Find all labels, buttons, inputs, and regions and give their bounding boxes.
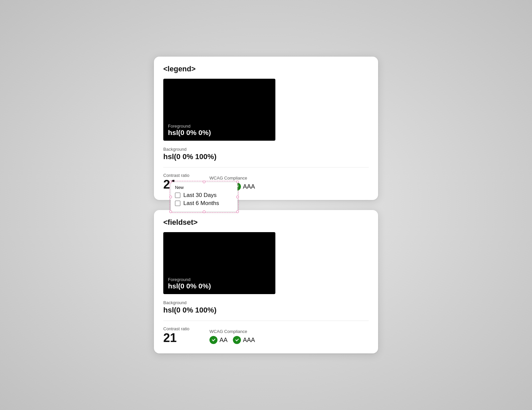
card2-wcag-block: WCAG Compliance AA AAA <box>209 329 255 344</box>
handle-bl <box>169 210 172 213</box>
card2-contrast-value: 21 <box>163 332 189 344</box>
popup-legend-text: New <box>175 185 233 190</box>
card2-color-info-row: Background hsl(0 0% 100%) <box>163 300 369 315</box>
filter-popup[interactable]: New Last 30 Days Last 6 Months <box>171 182 238 212</box>
card2-bg-label: Background <box>163 300 216 305</box>
handle-tl <box>169 181 172 183</box>
card2-aa-check-icon <box>209 336 217 344</box>
popup-item-last6months[interactable]: Last 6 Months <box>175 200 233 207</box>
card2-fg-value-inside: hsl(0 0% 0%) <box>168 282 211 290</box>
card1-bg-value: hsl(0 0% 100%) <box>163 152 216 161</box>
card2-aaa-badge: AAA <box>233 336 255 344</box>
card1-wcag-label: WCAG Compliance <box>209 176 255 181</box>
card1-color-info-row: Background hsl(0 0% 100%) <box>163 147 369 161</box>
card1-color-preview: Foreground hsl(0 0% 0%) <box>163 79 275 141</box>
card2-contrast-row: Contrast ratio 21 WCAG Compliance AA AAA <box>163 326 369 344</box>
card2-aa-label: AA <box>219 337 228 344</box>
card1-aaa-label: AAA <box>243 183 255 190</box>
handle-tr <box>236 181 239 183</box>
card2-bg-value: hsl(0 0% 100%) <box>163 306 216 315</box>
card2-color-preview: Foreground hsl(0 0% 0%) <box>163 232 275 294</box>
card1-divider <box>163 167 369 167</box>
card1-bg-label: Background <box>163 147 216 152</box>
popup-label-last6months: Last 6 Months <box>183 200 219 207</box>
card2-aaa-label: AAA <box>243 337 255 344</box>
popup-checkbox-last30[interactable] <box>175 193 180 198</box>
card2-contrast-label: Contrast ratio <box>163 326 189 331</box>
popup-label-last30: Last 30 Days <box>183 192 216 199</box>
card1-contrast-label: Contrast ratio <box>163 173 189 178</box>
card2-aa-badge: AA <box>209 336 228 344</box>
handle-mr <box>236 196 239 198</box>
card2-wcag-badges: AA AAA <box>209 336 255 344</box>
card2-wcag-label: WCAG Compliance <box>209 329 255 334</box>
card2-bg-block: Background hsl(0 0% 100%) <box>163 300 216 315</box>
card1-bg-block: Background hsl(0 0% 100%) <box>163 147 216 161</box>
popup-checkbox-last6months[interactable] <box>175 201 180 206</box>
card1-fg-label-inside: Foreground <box>168 124 211 129</box>
handle-ml <box>169 196 172 198</box>
handle-br <box>236 210 239 213</box>
card2-title: <fieldset> <box>163 218 369 227</box>
fieldset-card: <fieldset> Foreground hsl(0 0% 0%) Backg… <box>154 210 378 353</box>
card2-aaa-check-icon <box>233 336 241 344</box>
card2-fg-label-inside: Foreground <box>168 277 211 282</box>
legend-card: <legend> Foreground hsl(0 0% 0%) Backgro… <box>154 57 378 200</box>
handle-tm <box>203 181 205 183</box>
card1-title: <legend> <box>163 65 369 73</box>
popup-item-last30[interactable]: Last 30 Days <box>175 192 233 199</box>
card2-contrast-block: Contrast ratio 21 <box>163 326 189 344</box>
card2-divider <box>163 321 369 321</box>
handle-bm <box>203 210 205 213</box>
card1-fg-value-inside: hsl(0 0% 0%) <box>168 129 211 137</box>
